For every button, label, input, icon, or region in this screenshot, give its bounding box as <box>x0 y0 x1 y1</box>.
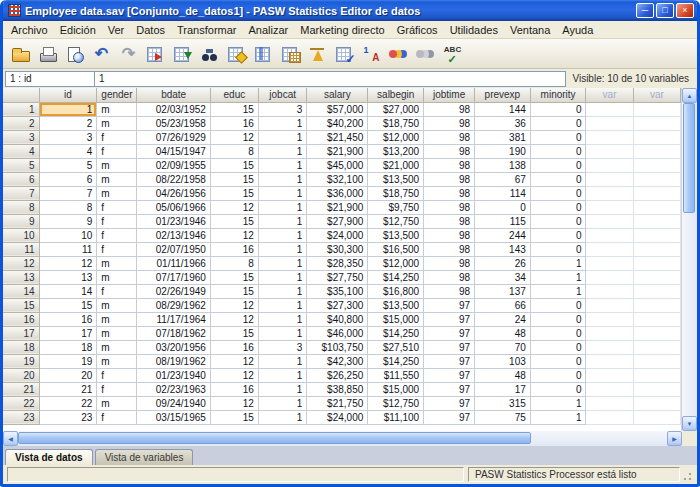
cell[interactable]: 16 <box>39 312 97 326</box>
cell[interactable]: 15 <box>210 102 258 116</box>
empty-cell[interactable] <box>633 312 680 326</box>
empty-cell[interactable] <box>633 396 680 410</box>
cell[interactable]: $16,800 <box>368 284 424 298</box>
empty-cell[interactable] <box>586 130 633 144</box>
cell[interactable]: 12 <box>39 256 97 270</box>
cell[interactable]: 1 <box>258 228 307 242</box>
cell[interactable]: 13 <box>39 270 97 284</box>
cell[interactable]: $13,200 <box>368 144 424 158</box>
empty-cell[interactable] <box>633 368 680 382</box>
close-button[interactable]: × <box>676 3 694 18</box>
cell[interactable]: $21,750 <box>307 396 368 410</box>
cell[interactable]: 0 <box>530 312 586 326</box>
menu-edici-n[interactable]: Edición <box>54 22 102 38</box>
cell[interactable]: 15 <box>39 298 97 312</box>
row-header-10[interactable]: 10 <box>3 228 39 242</box>
undo-button[interactable] <box>88 41 115 67</box>
cell[interactable]: 97 <box>424 410 475 424</box>
cell[interactable]: 15 <box>210 410 258 424</box>
cell[interactable]: 0 <box>530 214 586 228</box>
cell[interactable]: m <box>97 340 137 354</box>
cell[interactable]: 138 <box>475 158 531 172</box>
cell[interactable]: $36,000 <box>307 186 368 200</box>
cell[interactable]: 48 <box>475 326 531 340</box>
cell[interactable]: 07/17/1960 <box>137 270 210 284</box>
cell[interactable]: 97 <box>424 368 475 382</box>
cell[interactable]: f <box>97 368 137 382</box>
empty-cell[interactable] <box>586 354 633 368</box>
cell[interactable]: 8 <box>210 144 258 158</box>
cell[interactable]: 16 <box>210 242 258 256</box>
cell[interactable]: 1 <box>258 186 307 200</box>
cell[interactable]: 12 <box>210 312 258 326</box>
cell[interactable]: 98 <box>424 270 475 284</box>
cell[interactable]: 34 <box>475 270 531 284</box>
cell[interactable]: 12 <box>210 228 258 242</box>
cell[interactable]: $15,000 <box>368 382 424 396</box>
cell[interactable]: $13,500 <box>368 228 424 242</box>
cell[interactable]: $14,250 <box>368 326 424 340</box>
cell[interactable]: 1 <box>258 144 307 158</box>
cell[interactable]: 98 <box>424 242 475 256</box>
cell[interactable]: $12,750 <box>368 396 424 410</box>
cell[interactable]: 190 <box>475 144 531 158</box>
vertical-scroll-thumb[interactable] <box>683 103 695 213</box>
empty-cell[interactable] <box>586 144 633 158</box>
cell[interactable]: 17 <box>39 326 97 340</box>
cell[interactable]: $9,750 <box>368 200 424 214</box>
cell[interactable]: 08/29/1962 <box>137 298 210 312</box>
cell[interactable]: 16 <box>210 382 258 396</box>
cell[interactable]: 03/15/1965 <box>137 410 210 424</box>
menu-transformar[interactable]: Transformar <box>171 22 243 38</box>
cell[interactable]: 67 <box>475 172 531 186</box>
empty-cell[interactable] <box>633 200 680 214</box>
column-header-prevexp[interactable]: prevexp <box>475 88 531 102</box>
cell[interactable]: 16 <box>210 340 258 354</box>
cell[interactable]: 1 <box>530 396 586 410</box>
cell[interactable]: 12 <box>210 130 258 144</box>
cell[interactable]: 1 <box>258 368 307 382</box>
cell[interactable]: 05/06/1966 <box>137 200 210 214</box>
cell[interactable]: 0 <box>530 298 586 312</box>
row-header-9[interactable]: 9 <box>3 214 39 228</box>
cell[interactable]: 98 <box>424 214 475 228</box>
cell[interactable]: 66 <box>475 298 531 312</box>
empty-cell[interactable] <box>586 186 633 200</box>
cell[interactable]: 1 <box>258 200 307 214</box>
cell[interactable]: 98 <box>424 284 475 298</box>
cell[interactable]: 98 <box>424 116 475 130</box>
cell[interactable]: $27,000 <box>368 102 424 116</box>
cell[interactable]: 4 <box>39 144 97 158</box>
cell[interactable]: f <box>97 284 137 298</box>
cell[interactable]: $57,000 <box>307 102 368 116</box>
goto-case-button[interactable] <box>142 41 169 67</box>
empty-cell[interactable] <box>633 354 680 368</box>
cell[interactable]: 98 <box>424 200 475 214</box>
cell[interactable]: 12 <box>210 200 258 214</box>
cell[interactable]: 0 <box>530 186 586 200</box>
cell[interactable]: 97 <box>424 326 475 340</box>
column-header-gender[interactable]: gender <box>97 88 137 102</box>
cell[interactable]: m <box>97 256 137 270</box>
open-file-button[interactable] <box>7 41 34 67</box>
row-header-6[interactable]: 6 <box>3 172 39 186</box>
empty-cell[interactable] <box>586 396 633 410</box>
row-header-18[interactable]: 18 <box>3 340 39 354</box>
empty-cell[interactable] <box>633 382 680 396</box>
empty-cell[interactable] <box>633 284 680 298</box>
menu-ventana[interactable]: Ventana <box>504 22 556 38</box>
cell[interactable]: 1 <box>258 410 307 424</box>
empty-cell[interactable] <box>633 102 680 116</box>
cell[interactable]: 1 <box>258 354 307 368</box>
cell[interactable]: 09/24/1940 <box>137 396 210 410</box>
cell[interactable]: $46,000 <box>307 326 368 340</box>
row-header-15[interactable]: 15 <box>3 298 39 312</box>
minimize-button[interactable]: ─ <box>636 3 654 18</box>
cell[interactable]: m <box>97 270 137 284</box>
cell[interactable]: m <box>97 116 137 130</box>
cell[interactable]: 1 <box>258 158 307 172</box>
cell[interactable]: 98 <box>424 158 475 172</box>
cell[interactable]: $38,850 <box>307 382 368 396</box>
row-header-5[interactable]: 5 <box>3 158 39 172</box>
empty-cell[interactable] <box>586 116 633 130</box>
